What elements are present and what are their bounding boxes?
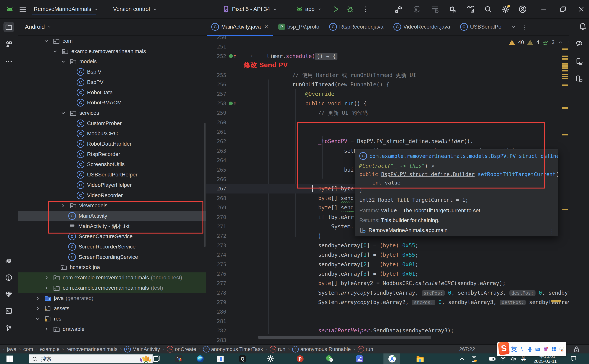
warning-stripe-mark[interactable]	[562, 56, 568, 57]
more-tool-windows-button[interactable]	[3, 56, 14, 67]
build-button[interactable]	[394, 0, 404, 18]
tree-item-com[interactable]: com	[18, 36, 206, 46]
tree-item-example.removemarineanimals[interactable]: example.removemarineanimals	[18, 46, 206, 57]
breadcrumb-run[interactable]: mrun	[270, 346, 285, 352]
account-button[interactable]	[518, 0, 527, 18]
vcs-selector[interactable]: Version control	[113, 0, 158, 18]
project-tool-button[interactable]	[3, 22, 14, 32]
tree-item-hcnetsdk.jna[interactable]: hcnetsdk.jna	[18, 262, 206, 273]
build-variants-button[interactable]	[430, 0, 439, 18]
settings-button[interactable]	[501, 0, 510, 18]
gradle-button[interactable]	[574, 39, 584, 49]
tree-item-VideoRecorder[interactable]: CVideoRecorder	[18, 190, 206, 201]
attach-debugger-button[interactable]	[448, 0, 457, 18]
running-devices-button[interactable]	[574, 73, 584, 84]
warning-stripe-mark[interactable]	[562, 76, 568, 77]
code-line-274[interactable]: 274sendbyteArray[1] = (byte) 0x55;	[206, 250, 557, 260]
tree-item-RobotRMACM[interactable]: CRobotRMACM	[18, 98, 206, 108]
tree-item-RobotData[interactable]: CRobotData	[18, 87, 206, 98]
tree-item-res[interactable]: res	[18, 314, 206, 324]
editor-horizontal-scrollbar[interactable]	[258, 336, 431, 339]
tree-item-com.example.removemarineanimals[interactable]: com.example.removemarineanimals(test)	[18, 283, 206, 293]
terminal-app-button[interactable]	[174, 353, 184, 364]
resource-manager-button[interactable]	[3, 39, 14, 50]
ime-mic-icon[interactable]	[527, 345, 533, 353]
quicktime-app-button[interactable]: Q	[238, 353, 247, 364]
tree-item-BspIV[interactable]: CBspIV	[18, 67, 206, 77]
photos-button[interactable]	[355, 353, 364, 364]
sync-button[interactable]	[412, 0, 421, 18]
project-panel-header[interactable]: Android	[25, 18, 52, 35]
android-studio-button[interactable]	[387, 353, 397, 364]
warning-stripe-mark[interactable]	[562, 48, 568, 50]
override-marker-icon[interactable]: ↑	[229, 53, 237, 59]
chevron-down-icon[interactable]	[60, 109, 67, 117]
tree-item-com.example.removemarineanimals[interactable]: com.example.removemarineanimals(androidT…	[18, 273, 206, 283]
taskbar-search[interactable]: 搜索	[29, 354, 153, 364]
profiler-button[interactable]	[466, 0, 476, 18]
breadcrumb-removemarineanimals[interactable]: removemarineanimals	[66, 346, 118, 352]
app-quality-insights-button[interactable]	[3, 289, 14, 299]
tab-options-icon[interactable]: ⋮	[522, 24, 528, 30]
version-control-button[interactable]	[3, 323, 14, 333]
device-manager-button[interactable]	[574, 56, 584, 67]
tree-scrollbar[interactable]	[204, 123, 205, 247]
sogou-logo-icon[interactable]: S	[498, 342, 510, 355]
ime-keyboard-icon[interactable]	[535, 345, 541, 353]
chevron-right-icon[interactable]	[43, 274, 50, 281]
code-line-252[interactable]: 252↑›timer.schedule(() → {	[206, 52, 557, 61]
debug-button[interactable]	[346, 0, 355, 18]
tree-item-models[interactable]: models	[18, 56, 206, 67]
code-line-276[interactable]: 276sendbyteArray[3] = (byte) 0x01;	[206, 269, 557, 279]
breadcrumb-anonymous-TimerTask[interactable]: ◌anonymous TimerTask	[203, 346, 263, 352]
tab-VideoRecorder.java[interactable]: CVideoRecorder.java	[388, 18, 455, 35]
breadcrumb-com[interactable]: com	[23, 346, 33, 352]
breadcrumb-onCreate[interactable]: monCreate	[167, 346, 196, 352]
code-line-282[interactable]: 282serialPortHelper.SendData(sendbyteArr…	[206, 326, 557, 335]
ime-language-toggle[interactable]: 英	[511, 345, 517, 353]
code-line-278[interactable]: 278System.arraycopy(sendbyteArray, srcPo…	[206, 288, 557, 298]
warning-stripe-mark[interactable]	[562, 78, 568, 79]
main-menu-button[interactable]	[18, 0, 27, 18]
warning-stripe-mark[interactable]	[562, 67, 568, 69]
tree-item-CustomProber[interactable]: CCustomProber	[18, 118, 206, 129]
warning-stripe-mark[interactable]	[562, 209, 568, 210]
wechat-button[interactable]	[325, 353, 334, 364]
notes-app-button[interactable]	[216, 353, 225, 364]
code-line-279[interactable]: 279System.arraycopy(byteArray2, srcPos: …	[206, 298, 557, 307]
breadcrumb-MainActivity[interactable]: CMainActivity	[124, 346, 160, 352]
ime-punctuation-toggle[interactable]: ’,	[519, 345, 525, 353]
chevron-right-icon[interactable]	[43, 325, 50, 333]
chevron-down-icon[interactable]	[51, 47, 59, 55]
tree-item-BspPV[interactable]: CBspPV	[18, 77, 206, 87]
chevron-down-icon[interactable]	[60, 58, 67, 65]
warning-stripe-mark[interactable]	[562, 65, 568, 67]
code-line-251[interactable]: 251	[206, 42, 557, 51]
more-actions-button[interactable]	[362, 0, 370, 18]
override-marker-icon[interactable]: ↑	[229, 100, 237, 107]
chevron-right-icon[interactable]	[43, 284, 50, 292]
tree-item-USBSerialPortHelper[interactable]: CUSBSerialPortHelper	[18, 169, 206, 180]
tree-item-ScreenRecordingService[interactable]: CScreenRecordingService	[18, 252, 206, 262]
tray-expand-button[interactable]	[458, 353, 466, 364]
logcat-button[interactable]	[3, 256, 14, 267]
warning-stripe-mark[interactable]	[562, 70, 568, 72]
tree-item-RobotDataHanlder[interactable]: CRobotDataHanlder	[18, 139, 206, 149]
code-line-281[interactable]: 281	[206, 317, 557, 326]
tree-item-ModbusCRC[interactable]: CModbusCRC	[18, 128, 206, 139]
run-button[interactable]	[331, 0, 340, 18]
psiphon-button[interactable]: P	[295, 353, 305, 364]
file-explorer-button[interactable]	[415, 353, 425, 364]
task-view-button[interactable]	[152, 353, 161, 364]
chevron-down-icon[interactable]	[34, 315, 42, 323]
close-button[interactable]	[577, 0, 585, 18]
warning-stripe-mark[interactable]	[562, 74, 568, 75]
ime-toolbox-icon[interactable]	[551, 345, 557, 353]
tree-item-services[interactable]: services	[18, 108, 206, 118]
start-button[interactable]	[3, 353, 16, 364]
tree-item-java[interactable]: java(generated)	[18, 293, 206, 304]
code-line-259[interactable]: 259// 更新 UI 的代码	[206, 108, 557, 118]
terminal-button[interactable]	[3, 306, 14, 316]
tab-bsp_PV.proto[interactable]: Pbsp_PV.proto	[273, 18, 324, 35]
code-line-256[interactable]: 256runOnUiThread(new Runnable() {	[206, 80, 557, 89]
